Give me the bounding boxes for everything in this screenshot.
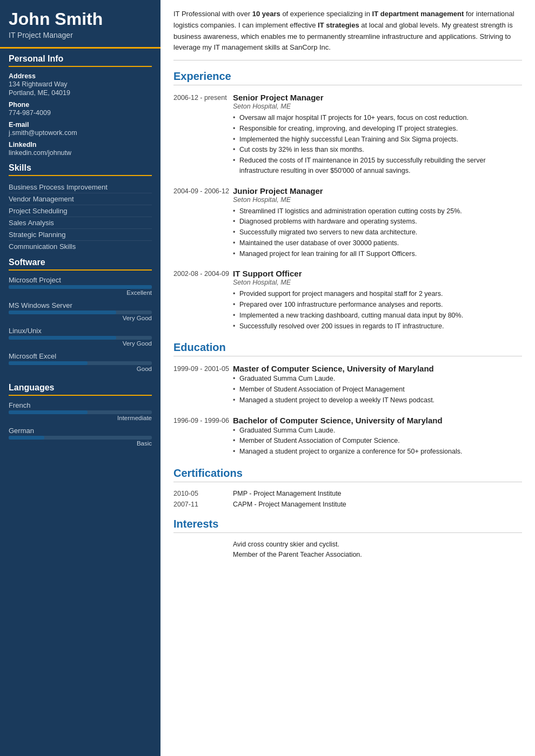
entry-org: Seton Hospital, ME	[233, 196, 522, 204]
software-item: Microsoft Excel Good	[9, 352, 152, 372]
phone-value: 774-987-4009	[9, 109, 152, 117]
skill-bar-label: Very Good	[9, 315, 152, 321]
skill-bar-container	[9, 361, 152, 365]
entry-date: 2004-09 - 2006-12	[173, 186, 233, 260]
entry-date: 2002-08 - 2004-09	[173, 269, 233, 332]
software-item: MS Windows Server Very Good	[9, 301, 152, 321]
skills-list: Business Process ImprovementVendor Manag…	[9, 181, 152, 252]
certs-list: 2010-05 PMP - Project Management Institu…	[173, 490, 522, 508]
languages-title: Languages	[9, 377, 152, 396]
software-name: Microsoft Project	[9, 276, 152, 284]
skill-item: Communication Skills	[9, 241, 152, 252]
linkedin-label: LinkedIn	[9, 141, 152, 148]
bullet-item: Oversaw all major hospital IT projects f…	[233, 113, 522, 123]
main-content: IT Professional with over 10 years of ex…	[160, 0, 535, 756]
skill-item: Business Process Improvement	[9, 181, 152, 193]
entry-org: Seton Hospital, ME	[233, 103, 522, 110]
candidate-name: John Smith	[9, 10, 152, 29]
entry-bullets: Streamlined IT logistics and administrat…	[233, 206, 522, 259]
experience-entry: 2004-09 - 2006-12 Junior Project Manager…	[173, 186, 522, 260]
language-bar-label: Basic	[9, 440, 152, 447]
entry-bullets: Graduated Summa Cum Laude.Member of Stud…	[233, 426, 522, 457]
skills-title: Skills	[9, 158, 152, 176]
skill-bar-fill	[9, 361, 88, 365]
entry-body: Junior Project Manager Seton Hospital, M…	[233, 186, 522, 260]
interests-list: Avid cross country skier and cyclist.Mem…	[173, 541, 522, 558]
summary: IT Professional with over 10 years of ex…	[173, 9, 522, 60]
bullet-item: Cut costs by 32% in less than six months…	[233, 145, 522, 155]
education-entry: 1996-09 - 1999-06 Bachelor of Computer S…	[173, 416, 522, 457]
bullet-item: Prepared over 100 infrastructure perform…	[233, 300, 522, 310]
bullet-item: Diagnosed problems with hardware and ope…	[233, 217, 522, 227]
sidebar-header: John Smith IT Project Manager	[0, 0, 160, 49]
experience-title: Experience	[173, 70, 522, 85]
personal-info-section: Personal Info Address 134 Rightward Way …	[0, 49, 160, 157]
certifications-section: Certifications 2010-05 PMP - Project Man…	[173, 467, 522, 508]
skill-bar-container	[9, 336, 152, 340]
language-bar-label: Intermediate	[9, 415, 152, 421]
education-title: Education	[173, 341, 522, 356]
bullet-item: Implemented the highly successful Lean T…	[233, 134, 522, 145]
cert-row: 2007-11 CAPM - Project Management Instit…	[173, 501, 522, 508]
language-item: German Basic	[9, 427, 152, 447]
bullet-item: Managed a student project to develop a w…	[233, 395, 522, 406]
interests-section: Interests Avid cross country skier and c…	[173, 518, 522, 558]
email-value: j.smith@uptowork.com	[9, 129, 152, 137]
address-line2: Portland, ME, 04019	[9, 89, 152, 97]
bullet-item: Graduated Summa Cum Laude.	[233, 426, 522, 436]
entry-title: Master of Computer Science, University o…	[233, 364, 522, 373]
cert-row: 2010-05 PMP - Project Management Institu…	[173, 490, 522, 497]
skill-item: Sales Analysis	[9, 217, 152, 229]
bullet-item: Reduced the costs of IT maintenance in 2…	[233, 156, 522, 176]
interests-title: Interests	[173, 518, 522, 533]
language-bar-container	[9, 436, 152, 440]
bullet-item: Streamlined IT logistics and administrat…	[233, 206, 522, 217]
language-bar-fill	[9, 410, 88, 414]
software-item: Linux/Unix Very Good	[9, 327, 152, 347]
skill-bar-container	[9, 310, 152, 314]
entry-body: IT Support Officer Seton Hospital, ME Pr…	[233, 269, 522, 332]
entry-title: Bachelor of Computer Science, University…	[233, 416, 522, 425]
cert-name: PMP - Project Management Institute	[233, 490, 342, 497]
bullet-item: Managed project for lean training for al…	[233, 249, 522, 259]
software-section: Software Microsoft Project Excellent MS …	[0, 252, 160, 372]
skill-item: Vendor Management	[9, 193, 152, 205]
education-section: Education 1999-09 - 2001-05 Master of Co…	[173, 341, 522, 457]
skill-bar-container	[9, 285, 152, 289]
entry-org: Seton Hospital, ME	[233, 279, 522, 286]
software-name: MS Windows Server	[9, 301, 152, 309]
experience-entry: 2006-12 - present Senior Project Manager…	[173, 93, 522, 177]
address-line1: 134 Rightward Way	[9, 80, 152, 88]
bullet-item: Implemented a new tracking dashboard, cu…	[233, 310, 522, 321]
skill-bar-label: Very Good	[9, 340, 152, 347]
entry-date: 1999-09 - 2001-05	[173, 364, 233, 406]
entry-title: Senior Project Manager	[233, 93, 522, 102]
cert-date: 2010-05	[173, 490, 233, 497]
language-name: German	[9, 427, 152, 435]
entry-body: Bachelor of Computer Science, University…	[233, 416, 522, 457]
certifications-title: Certifications	[173, 467, 522, 482]
experience-entry: 2002-08 - 2004-09 IT Support Officer Set…	[173, 269, 522, 332]
bullet-item: Maintained the user database of over 300…	[233, 238, 522, 248]
bullet-item: Member of Student Association of Compute…	[233, 436, 522, 446]
software-name: Linux/Unix	[9, 327, 152, 335]
interest-item: Avid cross country skier and cyclist.	[173, 541, 522, 548]
bullet-item: Provided support for project managers an…	[233, 289, 522, 299]
software-list: Microsoft Project Excellent MS Windows S…	[9, 276, 152, 372]
software-name: Microsoft Excel	[9, 352, 152, 360]
software-item: Microsoft Project Excellent	[9, 276, 152, 296]
cert-date: 2007-11	[173, 501, 233, 508]
entry-date: 1996-09 - 1999-06	[173, 416, 233, 457]
bullet-item: Member of Student Association of Project…	[233, 384, 522, 395]
entry-bullets: Provided support for project managers an…	[233, 289, 522, 331]
language-item: French Intermediate	[9, 401, 152, 421]
entry-title: Junior Project Manager	[233, 186, 522, 195]
linkedin-value: linkedin.com/johnutw	[9, 149, 152, 157]
language-name: French	[9, 401, 152, 409]
entry-date: 2006-12 - present	[173, 93, 233, 177]
education-entry: 1999-09 - 2001-05 Master of Computer Sci…	[173, 364, 522, 406]
experience-list: 2006-12 - present Senior Project Manager…	[173, 93, 522, 332]
address-label: Address	[9, 72, 152, 80]
language-bar-fill	[9, 436, 44, 440]
bullet-item: Successfully resolved over 200 issues in…	[233, 321, 522, 332]
